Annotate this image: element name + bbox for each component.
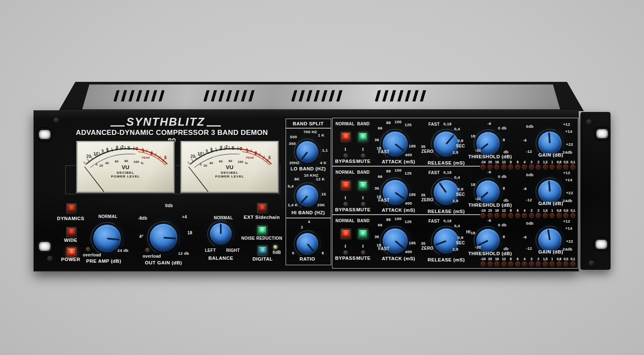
normal-label: NORMAL [335, 218, 355, 223]
meter-cell: -24 [480, 257, 487, 266]
scale-label: 24db [562, 150, 572, 155]
dynamics-button-core [68, 205, 75, 212]
mute-button[interactable] [357, 180, 369, 191]
scale-label: -6 [523, 235, 526, 239]
digital-core [259, 247, 266, 254]
scale-label: PEAK [142, 156, 150, 159]
ratio-knob[interactable] [296, 233, 318, 255]
power-button[interactable] [66, 246, 77, 258]
scale-label: 6 [268, 155, 271, 160]
meter-scale-value: 20 [488, 208, 492, 213]
release-knob[interactable] [434, 132, 459, 157]
knob-pointer [220, 224, 222, 234]
mute-button[interactable] [357, 131, 369, 143]
band-label: BAND [357, 170, 370, 175]
band-row-3: NORMAL BAND I I BYPASS MUTE HI 881001256… [332, 215, 578, 264]
scale-label: -6 [523, 186, 526, 191]
scale-label: 8 [503, 186, 505, 190]
scale-label: -6 [487, 170, 491, 174]
scale-label: 100 [395, 168, 402, 172]
normal-label: NORMAL [335, 170, 355, 175]
meter-cell: 0,8 [556, 257, 563, 266]
scale-label: db [503, 246, 509, 251]
meter-scale-value: 8 [510, 208, 512, 213]
wide-button[interactable] [66, 226, 77, 238]
meter-scale-value: 0,1 [570, 208, 575, 213]
vent-slots [375, 90, 428, 101]
gain-knob[interactable] [538, 180, 562, 203]
meter-scale-value: 16 [495, 208, 499, 213]
digital-button[interactable] [257, 245, 268, 256]
meter-cell: 1,5 [542, 257, 549, 266]
preamp-knob[interactable] [93, 225, 121, 252]
meter-led [536, 261, 541, 266]
scale-label: +14 [565, 129, 572, 134]
mute-core [359, 133, 367, 141]
meter-cell: 8 [507, 257, 514, 266]
dynamics-button[interactable] [66, 203, 77, 214]
vu-meter-graphics [182, 142, 277, 192]
noise-reduction-button[interactable] [256, 225, 268, 236]
attack-knob[interactable] [383, 180, 408, 205]
lo-band-title: LO BAND (HZ) [291, 166, 326, 171]
meter-scale-value: 4 [524, 160, 526, 164]
vu-meter-graphics [78, 142, 173, 192]
normal-label: NORMAL [335, 122, 355, 126]
bypass-button[interactable] [340, 180, 352, 191]
bypass-core [342, 230, 350, 238]
scale-label: PEAK [246, 156, 254, 159]
scale-label: 2 [301, 225, 303, 229]
hi-band-knob[interactable] [296, 185, 318, 207]
noise-reduction-core [258, 227, 266, 234]
scale-label: 36 [374, 137, 379, 142]
gain-knob[interactable] [538, 228, 562, 252]
balance-title: BALANCE [208, 256, 233, 261]
threshold-knob[interactable] [476, 229, 500, 252]
scale-label: 350 [289, 141, 296, 146]
mute-button[interactable] [357, 228, 369, 240]
ext-sidechain-button[interactable] [256, 202, 268, 214]
scale-label: 125 [405, 219, 412, 224]
release-title: RELEASE (mS) [427, 257, 465, 262]
attack-knob[interactable] [383, 228, 408, 254]
scale-label: 0db [526, 221, 534, 226]
bypass-button[interactable] [340, 228, 352, 240]
lo-band-knob[interactable] [296, 141, 318, 163]
scale-label: 7 [205, 149, 208, 154]
scale-label: 40 [105, 161, 109, 165]
balance-knob[interactable] [210, 223, 232, 245]
scale-label: 0,4 [454, 127, 460, 131]
release-knob[interactable] [434, 228, 459, 254]
scale-label: % [245, 161, 248, 165]
release-knob[interactable] [434, 180, 459, 205]
scale-label: 6 [322, 251, 324, 255]
vu-pct-scale: 020406080100%PEAK [182, 142, 277, 192]
knob-pointer [439, 183, 447, 193]
scale-label: 2 [121, 145, 124, 150]
meter-scale-value: 3 [530, 160, 532, 164]
gain-knob[interactable] [538, 132, 562, 155]
gain-reduction-meter: -24201612864321,510,80,50,1 [480, 257, 576, 266]
vu-label: VU [182, 165, 277, 171]
threshold-knob[interactable] [476, 180, 500, 204]
screw-slot [594, 238, 609, 251]
scale-label: 66 [378, 174, 382, 179]
mute-core [359, 230, 367, 238]
preamp-overload-led [86, 247, 90, 251]
mute-core [359, 182, 367, 189]
knob-pointer [435, 240, 446, 246]
bypass-button[interactable] [340, 131, 352, 143]
scale-label: 36 [374, 186, 379, 190]
scale-label: 10 KHZ [304, 173, 319, 178]
bypass-marker: I [345, 243, 347, 248]
outgain-knob[interactable] [150, 224, 177, 251]
threshold-knob[interactable] [476, 132, 500, 155]
vu-db-scale: 2010753210126 [78, 142, 173, 192]
scale-label: 7 [101, 149, 104, 154]
scale-label: 2 [225, 145, 228, 150]
attack-knob[interactable] [383, 132, 408, 157]
vu-decibel-label: DECIBEL [182, 171, 277, 175]
scale-label: 0,18 [443, 170, 452, 175]
meter-scale-value: -24 [480, 160, 486, 164]
scale-label: 2 [255, 151, 257, 156]
